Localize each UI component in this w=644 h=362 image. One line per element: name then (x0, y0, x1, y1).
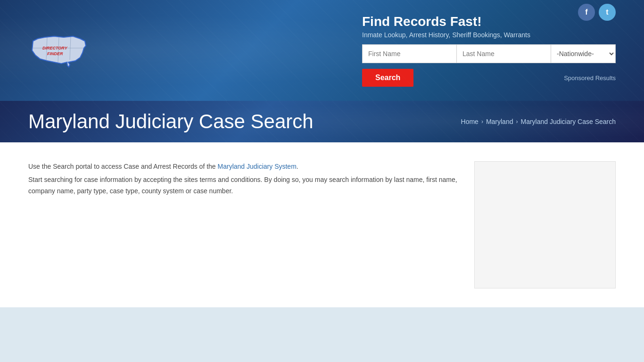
bottom-area (0, 307, 644, 362)
breadcrumb-banner: Maryland Judiciary Case Search Home › Ma… (0, 101, 644, 142)
last-name-input[interactable] (456, 44, 551, 63)
content-text: Use the Search portal to access Case and… (28, 161, 460, 288)
logo-map: DIRECTORY FINDER (28, 32, 90, 69)
breadcrumb: Home › Maryland › Maryland Judiciary Cas… (461, 118, 616, 125)
logo-container: DIRECTORY FINDER (28, 32, 90, 69)
breadcrumb-separator-2: › (516, 118, 518, 125)
search-bottom: Search Sponsored Results (362, 69, 616, 87)
svg-text:DIRECTORY: DIRECTORY (42, 46, 68, 50)
sponsored-results-text: Sponsored Results (526, 74, 616, 82)
header: DIRECTORY FINDER Find Records Fast! Inma… (0, 0, 644, 101)
search-area: Find Records Fast! Inmate Lookup, Arrest… (362, 14, 616, 87)
description-paragraph-2: Start searching for case information by … (28, 174, 460, 197)
sidebar-advertisement (474, 161, 616, 288)
search-form: -Nationwide-AlabamaAlaskaArizonaArkansas… (362, 44, 616, 63)
svg-text:FINDER: FINDER (47, 51, 63, 56)
breadcrumb-maryland-link[interactable]: Maryland (486, 118, 513, 125)
breadcrumb-current: Maryland Judiciary Case Search (520, 118, 616, 125)
twitter-icon[interactable]: t (599, 4, 616, 21)
breadcrumb-home-link[interactable]: Home (461, 118, 479, 125)
description-paragraph-1: Use the Search portal to access Case and… (28, 161, 460, 173)
social-bar: f t (578, 4, 616, 21)
page-title: Maryland Judiciary Case Search (28, 110, 314, 133)
maryland-judiciary-link[interactable]: Maryland Judiciary System (218, 163, 297, 170)
find-records-title: Find Records Fast! (362, 14, 482, 29)
find-records-subtitle: Inmate Lookup, Arrest History, Sheriff B… (362, 31, 530, 39)
state-select[interactable]: -Nationwide-AlabamaAlaskaArizonaArkansas… (551, 44, 616, 63)
facebook-icon[interactable]: f (578, 4, 595, 21)
first-name-input[interactable] (362, 44, 456, 63)
main-content: Use the Search portal to access Case and… (0, 142, 644, 307)
search-button[interactable]: Search (362, 69, 413, 87)
breadcrumb-separator-1: › (481, 118, 483, 125)
logo-area: DIRECTORY FINDER (28, 32, 90, 69)
